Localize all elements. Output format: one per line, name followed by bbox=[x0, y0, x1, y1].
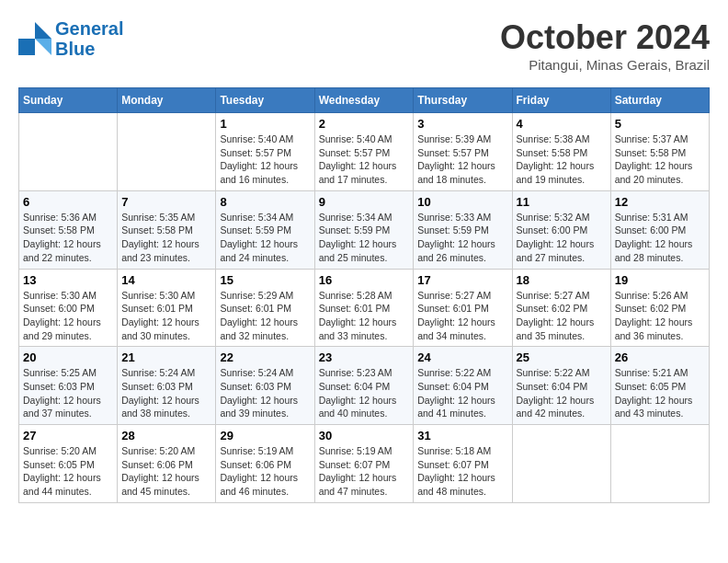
day-number: 8 bbox=[220, 195, 310, 209]
calendar-cell: 19Sunrise: 5:26 AMSunset: 6:02 PMDayligh… bbox=[610, 269, 709, 347]
calendar-cell bbox=[610, 425, 709, 503]
calendar-cell: 10Sunrise: 5:33 AMSunset: 5:59 PMDayligh… bbox=[414, 190, 512, 269]
calendar-cell: 23Sunrise: 5:23 AMSunset: 6:04 PMDayligh… bbox=[314, 347, 414, 425]
day-number: 24 bbox=[417, 350, 507, 364]
calendar-cell: 30Sunrise: 5:19 AMSunset: 6:07 PMDayligh… bbox=[314, 425, 414, 503]
day-number: 21 bbox=[121, 350, 211, 364]
calendar-cell: 21Sunrise: 5:24 AMSunset: 6:03 PMDayligh… bbox=[118, 347, 216, 425]
calendar-header-row: SundayMondayTuesdayWednesdayThursdayFrid… bbox=[19, 88, 710, 113]
day-number: 31 bbox=[417, 429, 507, 442]
calendar-cell: 12Sunrise: 5:31 AMSunset: 6:00 PMDayligh… bbox=[610, 190, 709, 269]
calendar-cell: 22Sunrise: 5:24 AMSunset: 6:03 PMDayligh… bbox=[216, 347, 314, 425]
day-number: 5 bbox=[615, 117, 705, 131]
day-number: 20 bbox=[23, 350, 113, 364]
day-info: Sunrise: 5:28 AMSunset: 6:01 PMDaylight:… bbox=[319, 289, 410, 343]
day-info: Sunrise: 5:25 AMSunset: 6:03 PMDaylight:… bbox=[23, 366, 113, 420]
day-number: 22 bbox=[220, 350, 310, 364]
calendar-cell bbox=[118, 113, 216, 191]
day-info: Sunrise: 5:27 AMSunset: 6:01 PMDaylight:… bbox=[417, 289, 507, 343]
svg-marker-2 bbox=[35, 39, 51, 55]
calendar-cell: 25Sunrise: 5:22 AMSunset: 6:04 PMDayligh… bbox=[512, 347, 610, 425]
day-number: 10 bbox=[417, 195, 507, 209]
day-number: 23 bbox=[319, 350, 410, 364]
day-number: 12 bbox=[615, 195, 705, 209]
day-info: Sunrise: 5:38 AMSunset: 5:58 PMDaylight:… bbox=[517, 132, 607, 187]
calendar-cell: 2Sunrise: 5:40 AMSunset: 5:57 PMDaylight… bbox=[314, 113, 414, 191]
day-info: Sunrise: 5:26 AMSunset: 6:02 PMDaylight:… bbox=[615, 289, 705, 343]
calendar-cell: 15Sunrise: 5:29 AMSunset: 6:01 PMDayligh… bbox=[216, 269, 314, 347]
day-info: Sunrise: 5:30 AMSunset: 6:00 PMDaylight:… bbox=[23, 289, 113, 343]
day-number: 29 bbox=[220, 429, 310, 442]
calendar-cell: 8Sunrise: 5:34 AMSunset: 5:59 PMDaylight… bbox=[216, 190, 314, 269]
day-info: Sunrise: 5:19 AMSunset: 6:06 PMDaylight:… bbox=[220, 444, 310, 499]
day-number: 18 bbox=[517, 273, 607, 287]
day-info: Sunrise: 5:24 AMSunset: 6:03 PMDaylight:… bbox=[121, 366, 211, 420]
calendar-cell: 5Sunrise: 5:37 AMSunset: 5:58 PMDaylight… bbox=[610, 113, 709, 191]
svg-rect-0 bbox=[18, 39, 35, 55]
week-row-4: 20Sunrise: 5:25 AMSunset: 6:03 PMDayligh… bbox=[19, 347, 710, 425]
day-number: 14 bbox=[121, 273, 211, 287]
calendar-cell: 3Sunrise: 5:39 AMSunset: 5:57 PMDaylight… bbox=[414, 113, 512, 191]
calendar-cell bbox=[512, 425, 610, 503]
header-monday: Monday bbox=[118, 88, 216, 113]
calendar-cell: 1Sunrise: 5:40 AMSunset: 5:57 PMDaylight… bbox=[216, 113, 314, 191]
header-thursday: Thursday bbox=[414, 88, 512, 113]
day-info: Sunrise: 5:31 AMSunset: 6:00 PMDaylight:… bbox=[615, 211, 705, 265]
calendar-cell: 13Sunrise: 5:30 AMSunset: 6:00 PMDayligh… bbox=[19, 269, 118, 347]
calendar-cell: 14Sunrise: 5:30 AMSunset: 6:01 PMDayligh… bbox=[118, 269, 216, 347]
week-row-1: 1Sunrise: 5:40 AMSunset: 5:57 PMDaylight… bbox=[19, 113, 710, 191]
day-info: Sunrise: 5:24 AMSunset: 6:03 PMDaylight:… bbox=[220, 366, 310, 420]
day-number: 27 bbox=[23, 429, 113, 442]
calendar-cell: 6Sunrise: 5:36 AMSunset: 5:58 PMDaylight… bbox=[19, 190, 118, 269]
day-info: Sunrise: 5:37 AMSunset: 5:58 PMDaylight:… bbox=[615, 132, 705, 187]
day-info: Sunrise: 5:39 AMSunset: 5:57 PMDaylight:… bbox=[417, 132, 507, 187]
header-friday: Friday bbox=[512, 88, 610, 113]
logo-line1: General bbox=[55, 18, 123, 39]
title-block: October 2024 Pitangui, Minas Gerais, Bra… bbox=[500, 18, 710, 73]
header-wednesday: Wednesday bbox=[314, 88, 414, 113]
calendar-cell: 17Sunrise: 5:27 AMSunset: 6:01 PMDayligh… bbox=[414, 269, 512, 347]
logo: General Blue bbox=[18, 18, 123, 59]
day-number: 15 bbox=[220, 273, 310, 287]
day-info: Sunrise: 5:36 AMSunset: 5:58 PMDaylight:… bbox=[23, 211, 113, 265]
day-number: 30 bbox=[319, 429, 410, 442]
calendar-cell: 18Sunrise: 5:27 AMSunset: 6:02 PMDayligh… bbox=[512, 269, 610, 347]
page-header: General Blue October 2024 Pitangui, Mina… bbox=[18, 18, 710, 73]
day-info: Sunrise: 5:27 AMSunset: 6:02 PMDaylight:… bbox=[517, 289, 607, 343]
day-info: Sunrise: 5:22 AMSunset: 6:04 PMDaylight:… bbox=[417, 366, 507, 420]
day-info: Sunrise: 5:20 AMSunset: 6:05 PMDaylight:… bbox=[23, 444, 113, 499]
day-info: Sunrise: 5:19 AMSunset: 6:07 PMDaylight:… bbox=[319, 444, 410, 499]
day-info: Sunrise: 5:34 AMSunset: 5:59 PMDaylight:… bbox=[319, 211, 410, 265]
calendar-cell: 9Sunrise: 5:34 AMSunset: 5:59 PMDaylight… bbox=[314, 190, 414, 269]
day-number: 3 bbox=[417, 117, 507, 131]
day-number: 11 bbox=[517, 195, 607, 209]
day-number: 7 bbox=[121, 195, 211, 209]
day-info: Sunrise: 5:34 AMSunset: 5:59 PMDaylight:… bbox=[220, 211, 310, 265]
logo-line2: Blue bbox=[55, 39, 123, 59]
day-info: Sunrise: 5:33 AMSunset: 5:59 PMDaylight:… bbox=[417, 211, 507, 265]
day-number: 4 bbox=[517, 117, 607, 131]
location: Pitangui, Minas Gerais, Brazil bbox=[500, 57, 710, 73]
day-number: 6 bbox=[23, 195, 113, 209]
week-row-3: 13Sunrise: 5:30 AMSunset: 6:00 PMDayligh… bbox=[19, 269, 710, 347]
logo-icon bbox=[18, 22, 51, 55]
day-number: 25 bbox=[517, 350, 607, 364]
day-info: Sunrise: 5:32 AMSunset: 6:00 PMDaylight:… bbox=[517, 211, 607, 265]
day-number: 2 bbox=[319, 117, 410, 131]
calendar-cell: 26Sunrise: 5:21 AMSunset: 6:05 PMDayligh… bbox=[610, 347, 709, 425]
calendar-cell: 7Sunrise: 5:35 AMSunset: 5:58 PMDaylight… bbox=[118, 190, 216, 269]
day-info: Sunrise: 5:35 AMSunset: 5:58 PMDaylight:… bbox=[121, 211, 211, 265]
calendar-table: SundayMondayTuesdayWednesdayThursdayFrid… bbox=[18, 87, 710, 503]
day-number: 13 bbox=[23, 273, 113, 287]
calendar-cell bbox=[19, 113, 118, 191]
day-info: Sunrise: 5:21 AMSunset: 6:05 PMDaylight:… bbox=[615, 366, 705, 420]
calendar-cell: 16Sunrise: 5:28 AMSunset: 6:01 PMDayligh… bbox=[314, 269, 414, 347]
day-info: Sunrise: 5:18 AMSunset: 6:07 PMDaylight:… bbox=[417, 444, 507, 499]
calendar-cell: 29Sunrise: 5:19 AMSunset: 6:06 PMDayligh… bbox=[216, 425, 314, 503]
day-number: 1 bbox=[220, 117, 310, 131]
header-sunday: Sunday bbox=[19, 88, 118, 113]
day-number: 26 bbox=[615, 350, 705, 364]
day-info: Sunrise: 5:23 AMSunset: 6:04 PMDaylight:… bbox=[319, 366, 410, 420]
day-number: 19 bbox=[615, 273, 705, 287]
day-info: Sunrise: 5:22 AMSunset: 6:04 PMDaylight:… bbox=[517, 366, 607, 420]
